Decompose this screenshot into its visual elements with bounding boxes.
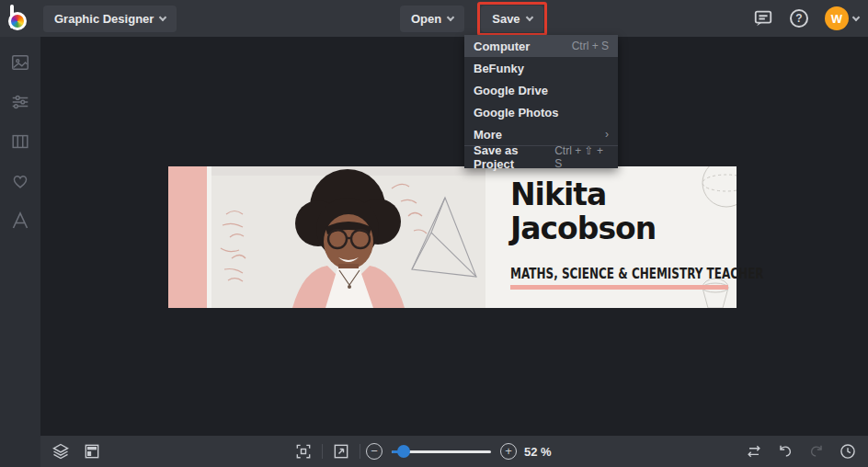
open-label: Open bbox=[411, 12, 441, 26]
topbar-right-group: ? W bbox=[753, 0, 859, 37]
menu-item-shortcut: Ctrl + ⇧ + S bbox=[554, 144, 609, 170]
toolbar-divider bbox=[360, 444, 360, 459]
design-canvas[interactable]: Nikita Jacobson MATHS, SCIENCE & CHEMIST… bbox=[40, 37, 868, 436]
logo-color-wheel bbox=[8, 12, 27, 30]
avatar: W bbox=[825, 6, 849, 30]
sidebar-item-image-manager[interactable] bbox=[6, 49, 34, 76]
left-sidebar bbox=[0, 37, 40, 467]
save-button[interactable]: Save bbox=[481, 6, 542, 32]
graphic-designer-app: Graphic Designer Open Save bbox=[0, 0, 868, 467]
banner-photo bbox=[211, 166, 485, 308]
menu-item-save-as-project[interactable]: Save as Project Ctrl + ⇧ + S bbox=[464, 146, 618, 168]
layers-icon[interactable] bbox=[48, 439, 74, 464]
submenu-arrow-icon: › bbox=[605, 128, 609, 141]
top-toolbar: Graphic Designer Open Save bbox=[0, 0, 868, 37]
menu-item-google-drive[interactable]: Google Drive bbox=[464, 79, 618, 101]
zoom-slider[interactable] bbox=[392, 445, 491, 458]
menu-item-label: Save as Project bbox=[474, 143, 554, 171]
save-button-highlight: Save bbox=[477, 2, 546, 36]
sidebar-item-edit-adjust[interactable] bbox=[6, 88, 34, 116]
menu-item-shortcut: Ctrl + S bbox=[572, 40, 609, 52]
zoom-controls: − + 52 % bbox=[291, 439, 552, 464]
design-underline-bar bbox=[510, 285, 728, 290]
menu-item-label: Computer bbox=[474, 40, 530, 53]
menu-item-label: More bbox=[474, 128, 502, 142]
open-button[interactable]: Open bbox=[400, 6, 464, 32]
design-subtitle-text[interactable]: MATHS, SCIENCE & CHEMISTRY TEACHER bbox=[510, 266, 764, 282]
menu-item-befunky[interactable]: BeFunky bbox=[464, 57, 618, 79]
bottom-toolbar: − + 52 % bbox=[40, 436, 868, 467]
compare-before-after-icon[interactable] bbox=[741, 439, 767, 464]
feedback-comment-icon[interactable] bbox=[753, 8, 773, 28]
menu-item-more[interactable]: More › bbox=[464, 123, 618, 145]
help-icon[interactable]: ? bbox=[790, 9, 808, 28]
zoom-percentage: 52 % bbox=[524, 445, 552, 459]
fit-to-screen-icon[interactable] bbox=[291, 439, 316, 464]
history-controls bbox=[741, 439, 861, 464]
fullscreen-icon[interactable] bbox=[328, 439, 354, 464]
menu-item-google-photos[interactable]: Google Photos bbox=[464, 101, 618, 123]
menu-item-label: BeFunky bbox=[474, 62, 524, 75]
banner-text-area: Nikita Jacobson MATHS, SCIENCE & CHEMIST… bbox=[485, 166, 737, 308]
design-banner[interactable]: Nikita Jacobson MATHS, SCIENCE & CHEMIST… bbox=[168, 166, 737, 308]
sidebar-item-favorites-heart[interactable] bbox=[6, 167, 34, 195]
befunky-logo-icon[interactable] bbox=[8, 5, 32, 32]
design-name-text[interactable]: Nikita Jacobson bbox=[510, 177, 656, 245]
history-clock-icon[interactable] bbox=[835, 439, 861, 464]
zoom-in-button[interactable]: + bbox=[500, 443, 517, 460]
save-label: Save bbox=[492, 12, 520, 26]
chevron-down-icon bbox=[159, 13, 166, 20]
menu-item-computer[interactable]: Computer Ctrl + S bbox=[464, 35, 618, 57]
app-mode-label: Graphic Designer bbox=[54, 12, 154, 26]
sidebar-item-text[interactable] bbox=[6, 207, 34, 234]
account-menu[interactable]: W bbox=[825, 6, 859, 30]
toolbar-divider bbox=[322, 444, 323, 459]
save-dropdown-menu: Computer Ctrl + S BeFunky Google Drive G… bbox=[464, 35, 618, 168]
file-actions: Open Save bbox=[400, 0, 547, 37]
banner-pink-stripe bbox=[168, 166, 207, 308]
menu-item-label: Google Photos bbox=[474, 106, 558, 120]
zoom-slider-handle[interactable] bbox=[397, 445, 410, 458]
canvas-layout-icon[interactable] bbox=[79, 439, 105, 464]
menu-item-label: Google Drive bbox=[474, 84, 548, 97]
chevron-down-icon bbox=[852, 13, 860, 20]
undo-icon[interactable] bbox=[772, 439, 798, 464]
sidebar-item-templates[interactable] bbox=[6, 128, 34, 155]
redo-icon[interactable] bbox=[804, 439, 829, 464]
teacher-photo-illustration bbox=[211, 166, 485, 308]
chevron-down-icon bbox=[447, 13, 454, 20]
zoom-out-button[interactable]: − bbox=[366, 443, 383, 460]
app-mode-menu-button[interactable]: Graphic Designer bbox=[43, 6, 177, 32]
chevron-down-icon bbox=[525, 13, 532, 20]
